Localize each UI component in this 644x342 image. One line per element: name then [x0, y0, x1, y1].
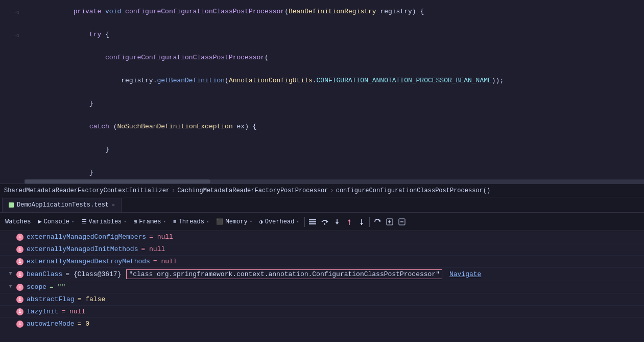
- settings-btn[interactable]: [307, 216, 318, 227]
- breadcrumb: SharedMetadataReaderFactoryContextInitia…: [0, 184, 644, 197]
- debug-variable-row[interactable]: i lazyInit = null: [0, 306, 644, 318]
- overhead-dropdown-icon: ▾: [296, 219, 299, 224]
- variable-value: = "": [50, 283, 65, 291]
- code-content: registry.getBeanDefinition(AnnotationCon…: [26, 69, 644, 92]
- variables-dropdown-icon: ▾: [124, 219, 126, 224]
- horizontal-scrollbar[interactable]: [25, 179, 644, 184]
- debug-variable-row-beanclass[interactable]: ▶ i beanClass = {Class@3617} "class org.…: [0, 268, 644, 281]
- gutter: [0, 46, 25, 69]
- svg-marker-8: [348, 219, 351, 221]
- svg-rect-1: [309, 221, 316, 222]
- expand-arrow[interactable]: ▶: [8, 285, 14, 290]
- overhead-label: Overhead: [265, 218, 295, 225]
- variables-btn[interactable]: ☰ Variables ▾: [79, 217, 130, 227]
- memory-icon: ⬛: [216, 218, 223, 225]
- variable-type-icon: i: [16, 284, 23, 291]
- code-content: try {: [26, 23, 644, 46]
- variable-type-icon: i: [16, 321, 23, 328]
- tab-close-button[interactable]: ✕: [112, 202, 115, 208]
- run-to-cursor-btn[interactable]: [356, 216, 367, 227]
- svg-rect-2: [309, 223, 316, 224]
- variables-label: Variables: [89, 218, 122, 225]
- frames-btn[interactable]: ⊞ Frames ▾: [131, 217, 169, 227]
- variable-value: = null: [61, 308, 85, 315]
- gutter: ◁: [0, 23, 25, 46]
- code-line: ◁ try {: [0, 23, 644, 46]
- code-content: }: [26, 92, 644, 115]
- tab-bar: DemoApplicationTests.test ✕: [0, 197, 644, 213]
- debug-variable-row[interactable]: i abstractFlag = false: [0, 293, 644, 306]
- console-label: Console: [44, 218, 69, 225]
- rotate-btn[interactable]: [372, 216, 383, 227]
- step-out-btn[interactable]: [344, 216, 355, 227]
- memory-label: Memory: [225, 218, 247, 225]
- debug-variable-row[interactable]: ▶ i scope = "": [0, 281, 644, 293]
- code-line: configureConfigurationClassPostProcessor…: [0, 46, 644, 69]
- frames-dropdown-icon: ▾: [163, 219, 166, 224]
- svg-rect-0: [309, 219, 316, 220]
- variables-icon: ☰: [82, 218, 87, 225]
- bean-class-highlighted-value: "class org.springframework.context.annot…: [126, 269, 442, 279]
- code-lines: ◁ private void configureConfigurationCla…: [0, 0, 644, 184]
- watches-panel-btn[interactable]: Watches: [2, 217, 34, 227]
- frames-icon: ⊞: [134, 218, 137, 225]
- breadcrumb-item[interactable]: CachingMetadataReaderFactoryPostProcesso…: [177, 187, 328, 194]
- tab-demo-application-tests[interactable]: DemoApplicationTests.test ✕: [2, 198, 122, 212]
- code-line: catch (NoSuchBeanDefinitionException ex)…: [0, 115, 644, 138]
- code-editor: ◁ private void configureConfigurationCla…: [0, 0, 644, 184]
- toolbar-separator-2: [369, 217, 370, 227]
- variable-type-icon: i: [16, 296, 23, 303]
- svg-marker-6: [336, 222, 339, 224]
- variable-key: externallyManagedDestroyMethods: [27, 258, 150, 265]
- console-btn[interactable]: ▶ Console ▾: [35, 216, 77, 227]
- frames-label: Frames: [139, 218, 161, 225]
- step-over-btn[interactable]: [319, 216, 330, 227]
- threads-icon: ≡: [173, 219, 177, 225]
- threads-label: Threads: [179, 218, 204, 225]
- variable-key: scope: [27, 283, 46, 291]
- breadcrumb-separator: ›: [330, 187, 334, 194]
- gutter: [0, 69, 25, 92]
- memory-btn[interactable]: ⬛ Memory ▾: [213, 217, 255, 227]
- gutter: [0, 92, 25, 115]
- variable-key: autowireMode: [27, 320, 75, 328]
- memory-dropdown-icon: ▾: [250, 219, 252, 224]
- threads-dropdown-icon: ▾: [206, 219, 209, 224]
- expand-all-btn[interactable]: [384, 216, 395, 227]
- expand-arrow[interactable]: ▶: [8, 272, 14, 277]
- debug-variable-row[interactable]: i externallyManagedInitMethods = null: [0, 243, 644, 256]
- variable-type-icon: i: [16, 234, 23, 241]
- code-content: configureConfigurationClassPostProcessor…: [26, 46, 644, 69]
- variable-value-class: = {Class@3617}: [65, 270, 121, 278]
- console-icon: ▶: [38, 218, 41, 225]
- variable-key: beanClass: [27, 270, 62, 278]
- navigate-link[interactable]: Navigate: [449, 270, 481, 278]
- tab-label: DemoApplicationTests.test: [17, 201, 109, 209]
- collapse-all-btn[interactable]: [396, 216, 408, 227]
- code-content: catch (NoSuchBeanDefinitionException ex)…: [26, 115, 644, 138]
- breadcrumb-item[interactable]: SharedMetadataReaderFactoryContextInitia…: [4, 187, 170, 194]
- gutter: [0, 161, 25, 184]
- debugger-toolbar: Watches ▶ Console ▾ ☰ Variables ▾ ⊞ Fram…: [0, 213, 644, 231]
- variable-value: = false: [78, 295, 106, 303]
- variable-key: externallyManagedInitMethods: [27, 245, 138, 253]
- variable-value: = 0: [78, 320, 89, 328]
- debug-variable-row[interactable]: i externallyManagedConfigMembers = null: [0, 231, 644, 243]
- watches-label: Watches: [5, 218, 31, 225]
- variable-type-icon: i: [16, 308, 23, 315]
- code-line: }: [0, 92, 644, 115]
- debug-variable-row[interactable]: i externallyManagedDestroyMethods = null: [0, 256, 644, 268]
- variable-key: abstractFlag: [27, 295, 75, 303]
- debug-variable-row[interactable]: i autowireMode = 0: [0, 318, 644, 330]
- code-line: ◁ private void configureConfigurationCla…: [0, 0, 644, 23]
- gutter: ◁: [0, 0, 25, 23]
- variable-type-icon: i: [16, 246, 23, 253]
- gutter: [0, 138, 25, 161]
- threads-btn[interactable]: ≡ Threads ▾: [170, 217, 212, 227]
- breadcrumb-item[interactable]: configureConfigurationClassPostProcessor…: [336, 187, 490, 194]
- step-into-btn[interactable]: [331, 216, 343, 227]
- overhead-btn[interactable]: ◑ Overhead ▾: [256, 217, 302, 227]
- code-line: }: [0, 138, 644, 161]
- svg-marker-10: [360, 223, 363, 225]
- debug-variables-panel: i externallyManagedConfigMembers = null …: [0, 231, 644, 342]
